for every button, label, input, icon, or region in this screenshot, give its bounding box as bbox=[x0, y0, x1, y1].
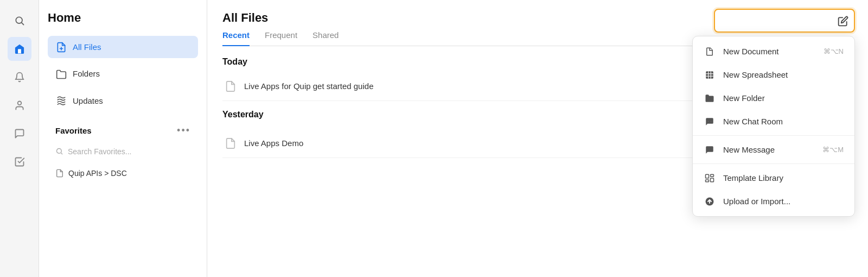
tasks-nav-icon[interactable] bbox=[8, 150, 31, 174]
file-label-2: Live Apps Demo bbox=[244, 138, 303, 148]
favorites-item-quip-apis[interactable]: Quip APIs > DSC bbox=[48, 165, 198, 182]
file-icon-1 bbox=[225, 79, 237, 93]
updates-icon bbox=[55, 95, 67, 106]
dropdown-item-upload-import-label: Upload or Import... bbox=[723, 197, 790, 206]
new-item-dropdown: New Document ⌘⌥N New Spreadsh bbox=[692, 36, 855, 217]
dropdown-divider-1 bbox=[693, 135, 854, 136]
dropdown-item-new-spreadsheet-label: New Spreadsheet bbox=[723, 70, 788, 79]
svg-rect-15 bbox=[711, 175, 714, 177]
dropdown-item-upload-import[interactable]: Upload or Import... bbox=[693, 190, 854, 213]
svg-point-13 bbox=[710, 121, 711, 122]
dropdown-item-new-document-label: New Document bbox=[723, 47, 779, 56]
dropdown-item-template-library[interactable]: Template Library bbox=[693, 166, 854, 190]
svg-point-12 bbox=[708, 121, 709, 122]
svg-rect-17 bbox=[706, 180, 709, 182]
new-folder-icon bbox=[704, 92, 716, 104]
svg-rect-16 bbox=[711, 178, 714, 182]
favorites-item-label: Quip APIs > DSC bbox=[68, 169, 127, 178]
file-icon-2 bbox=[225, 136, 237, 150]
sidebar-item-folders[interactable]: Folders bbox=[48, 62, 198, 85]
main-content: All Files Recent Frequent Shared Today L… bbox=[207, 0, 868, 277]
new-document-shortcut: ⌘⌥N bbox=[824, 47, 844, 55]
new-chat-room-icon bbox=[704, 116, 716, 127]
dropdown-item-new-chat-room-label: New Chat Room bbox=[723, 117, 783, 126]
svg-point-2 bbox=[17, 102, 21, 105]
upload-import-icon bbox=[704, 196, 716, 207]
svg-line-1 bbox=[21, 23, 23, 25]
file-label-1: Live Apps for Quip get started guide bbox=[244, 81, 373, 91]
search-nav-icon[interactable] bbox=[8, 9, 31, 33]
all-files-icon bbox=[55, 41, 67, 53]
new-document-icon bbox=[704, 46, 716, 57]
dropdown-item-new-document[interactable]: New Document ⌘⌥N bbox=[693, 40, 854, 63]
new-message-shortcut: ⌘⌥M bbox=[822, 146, 844, 154]
contacts-nav-icon[interactable] bbox=[8, 93, 31, 117]
svg-rect-7 bbox=[706, 72, 713, 79]
sidebar: Home All Files Folders bbox=[39, 0, 207, 277]
sidebar-item-updates-label: Updates bbox=[73, 96, 103, 105]
sidebar-title: Home bbox=[48, 11, 198, 25]
sidebar-item-folders-label: Folders bbox=[73, 69, 100, 78]
template-library-icon bbox=[704, 172, 716, 184]
svg-point-5 bbox=[57, 149, 62, 154]
dropdown-item-new-folder[interactable]: New Folder bbox=[693, 86, 854, 110]
svg-rect-14 bbox=[706, 175, 709, 179]
compose-button-area: New Document ⌘⌥N New Spreadsh bbox=[714, 9, 855, 33]
svg-line-6 bbox=[61, 153, 62, 155]
compose-area: New Document ⌘⌥N New Spreadsh bbox=[714, 9, 855, 33]
sidebar-item-updates[interactable]: Updates bbox=[48, 90, 198, 112]
search-favorites-button[interactable]: Search Favorites... bbox=[48, 143, 198, 160]
home-nav-icon[interactable] bbox=[8, 37, 31, 61]
new-message-icon bbox=[704, 144, 716, 155]
dropdown-item-new-message-label: New Message bbox=[723, 145, 775, 154]
sidebar-item-all-files-label: All Files bbox=[73, 42, 101, 52]
tab-recent[interactable]: Recent bbox=[222, 30, 250, 46]
icon-rail bbox=[0, 0, 39, 277]
chat-nav-icon[interactable] bbox=[8, 122, 31, 146]
dropdown-item-new-folder-label: New Folder bbox=[723, 93, 765, 103]
dropdown-item-new-message[interactable]: New Message ⌘⌥M bbox=[693, 138, 854, 161]
sidebar-item-all-files[interactable]: All Files bbox=[48, 36, 198, 58]
dropdown-divider-2 bbox=[693, 163, 854, 164]
dropdown-item-new-chat-room[interactable]: New Chat Room bbox=[693, 110, 854, 133]
tab-frequent[interactable]: Frequent bbox=[265, 30, 297, 46]
compose-icon bbox=[838, 15, 848, 26]
folders-icon bbox=[55, 68, 67, 79]
notifications-nav-icon[interactable] bbox=[8, 65, 31, 89]
favorites-more-button[interactable]: ••• bbox=[177, 125, 190, 136]
search-favorites-label: Search Favorites... bbox=[68, 147, 132, 156]
favorites-section-header: Favorites ••• bbox=[48, 121, 198, 138]
favorites-title: Favorites bbox=[55, 126, 92, 135]
dropdown-item-new-spreadsheet[interactable]: New Spreadsheet bbox=[693, 63, 854, 86]
dropdown-item-template-library-label: Template Library bbox=[723, 173, 783, 182]
new-spreadsheet-icon bbox=[704, 69, 716, 80]
tab-shared[interactable]: Shared bbox=[312, 30, 339, 46]
compose-button[interactable] bbox=[714, 9, 855, 33]
